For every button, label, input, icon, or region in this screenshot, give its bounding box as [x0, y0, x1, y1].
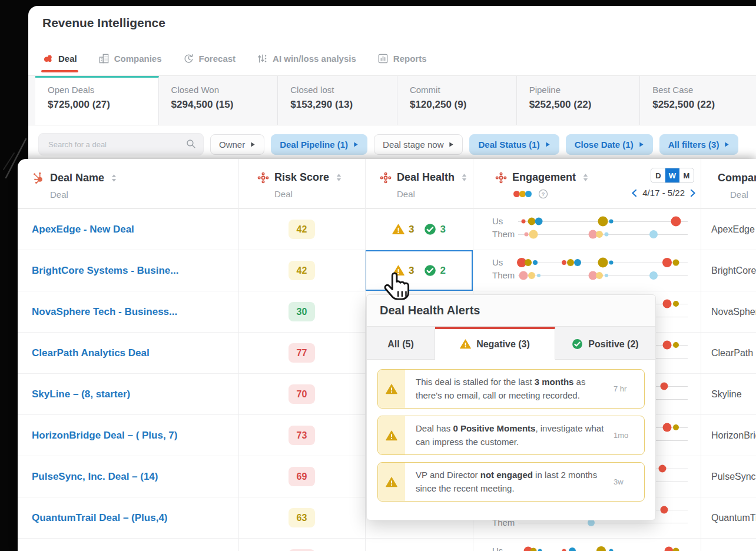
engagement-dot [662, 258, 672, 267]
risk-score-badge: 30 [289, 302, 315, 321]
deal-health-cell[interactable] [365, 539, 473, 551]
help-icon[interactable] [538, 189, 548, 199]
column-subtitle: Deal [50, 190, 238, 200]
engagement-them-label: Them [492, 229, 515, 239]
engagement-dot [660, 383, 668, 390]
column-subtitle: Deal [274, 189, 365, 199]
card-closed-won[interactable]: Closed Won $294,500 (15) [159, 76, 278, 125]
engagement-cell[interactable]: Us Them [473, 250, 701, 291]
sort-icon[interactable] [111, 172, 117, 184]
deal-name-link[interactable]: ClearPath Analytics Deal [32, 347, 150, 359]
negative-alert-count: 3 [409, 224, 414, 235]
card-label: Closed Won [171, 85, 278, 95]
column-divider [701, 159, 701, 551]
popup-tab-all[interactable]: All (5) [367, 327, 435, 359]
filter-close-date[interactable]: Close Date (1) [566, 134, 653, 155]
column-header-engagement[interactable]: Engagement D W M 4/17 - 5/22 [473, 159, 701, 208]
alert-text: This deal is stalled for the last 3 mont… [405, 370, 611, 408]
search-input[interactable] [38, 133, 204, 155]
check-icon [424, 223, 436, 235]
toggle-month[interactable]: M [679, 168, 694, 182]
card-pipeline[interactable]: Pipeline $252,500 (22) [517, 76, 641, 125]
deal-name-link[interactable]: HorizonBridge Deal – ( Plus, 7) [32, 430, 178, 442]
filter-label: Close Date (1) [575, 140, 634, 150]
tab-companies[interactable]: Companies [98, 53, 162, 64]
deal-name-link[interactable]: QuantumTrail Deal – (Plus,4) [32, 512, 168, 524]
card-closed-lost[interactable]: Closed lost $153,290 (13) [278, 76, 397, 125]
company-name: ApexEdge [711, 224, 755, 235]
column-header-deal-health[interactable]: Deal Health Deal [365, 159, 473, 208]
tab-reports[interactable]: Reports [377, 53, 427, 64]
engagement-dot [671, 217, 681, 227]
alert-stripe [378, 416, 405, 454]
filter-deal-stage[interactable]: Deal stage now [374, 134, 463, 155]
deal-name-link[interactable]: NovaSphere Tech - Business... [32, 306, 177, 318]
card-label: Pipeline [529, 85, 640, 95]
sort-icon[interactable] [582, 172, 589, 183]
alert-card[interactable]: VP and Director not engaged in last 2 mo… [377, 462, 645, 502]
deal-health-cell[interactable]: 3 3 [365, 209, 473, 250]
filter-owner[interactable]: Owner [210, 134, 264, 155]
deal-health-icon [380, 172, 392, 184]
engagement-dot [537, 274, 541, 277]
deal-health-cell[interactable]: 3 2 [365, 250, 473, 291]
risk-score-badge: 77 [289, 343, 315, 363]
tab-forecast[interactable]: Forecast [183, 53, 236, 64]
warning-icon [386, 476, 397, 488]
next-range-icon[interactable] [689, 189, 697, 197]
warning-icon [386, 383, 397, 395]
column-header-deal-name[interactable]: Deal Name Deal [18, 159, 238, 208]
caret-right-icon [250, 141, 256, 148]
caret-right-icon [353, 141, 359, 148]
popup-tab-negative[interactable]: Negative (3) [435, 327, 555, 360]
card-open-deals[interactable]: Open Deals $725,000 (27) [35, 76, 159, 125]
sort-icon[interactable] [461, 172, 467, 183]
alert-card[interactable]: Deal has 0 Positive Moments, investigate… [377, 416, 645, 455]
ai-winloss-icon [257, 53, 268, 64]
engagement-us-timeline [518, 221, 688, 222]
engagement-them-label: Them [492, 270, 515, 280]
card-best-case[interactable]: Best Case $252,500 (22) [640, 76, 756, 125]
deal-name-link[interactable]: ApexEdge - New Deal [32, 224, 134, 235]
filter-deal-status[interactable]: Deal Status (1) [469, 134, 559, 155]
prev-range-icon[interactable] [631, 189, 638, 197]
alert-card[interactable]: This deal is stalled for the last 3 mont… [377, 369, 645, 409]
deal-name-link[interactable]: SkyLine – (8, starter) [32, 389, 130, 400]
engagement-dot [535, 218, 542, 225]
deal-name-link[interactable]: BrightCore Systems - Busine... [32, 265, 178, 277]
engagement-dot [521, 220, 525, 224]
engagement-dot [663, 341, 672, 350]
alert-stripe [378, 463, 405, 501]
card-value: $294,500 (15) [171, 99, 278, 111]
column-title: Deal Name [50, 172, 104, 184]
card-label: Commit [410, 85, 516, 95]
summary-cards: Open Deals $725,000 (27) Closed Won $294… [28, 76, 756, 125]
caret-right-icon [545, 141, 551, 148]
toggle-week[interactable]: W [665, 168, 679, 182]
card-commit[interactable]: Commit $120,250 (9) [397, 76, 517, 125]
engagement-cell[interactable]: Us Them [473, 209, 701, 250]
page-title: Revenue Intelligence [42, 16, 165, 30]
tab-ai-winloss[interactable]: AI win/loss analysis [257, 53, 356, 64]
engagement-dot [609, 261, 614, 265]
sort-icon[interactable] [336, 172, 342, 183]
engagement-them-timeline [518, 276, 688, 276]
table-header: Deal Name Deal Risk Score Deal Deal Heal… [18, 159, 756, 209]
tab-deal[interactable]: Deal [42, 53, 77, 64]
toggle-day[interactable]: D [651, 168, 665, 182]
card-label: Best Case [652, 85, 756, 95]
engagement-dot [658, 465, 666, 473]
column-header-company[interactable]: Company Deal [701, 159, 756, 208]
filter-deal-pipeline[interactable]: Deal Pipeline (1) [271, 134, 367, 155]
engagement-cell[interactable]: Us Them [473, 539, 701, 551]
alert-timestamp: 1mo [611, 416, 644, 454]
filter-all-filters[interactable]: All filters (3) [659, 134, 739, 155]
popup-tab-positive[interactable]: Positive (2) [555, 327, 655, 359]
engagement-dot [649, 230, 658, 238]
deal-name-link[interactable]: PulseSync, Inc. Deal – (14) [32, 471, 158, 483]
date-range-nav: 4/17 - 5/22 [623, 188, 697, 198]
nav-tabs: Deal Companies Forecast AI win/loss anal… [42, 48, 427, 68]
column-title: Risk Score [274, 171, 329, 184]
company-name: QuantumTrail [711, 513, 756, 523]
column-header-risk-score[interactable]: Risk Score Deal [238, 159, 365, 208]
